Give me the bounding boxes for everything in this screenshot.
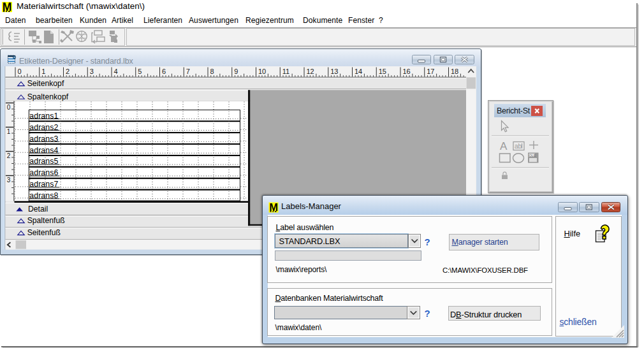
svg-text:13: 13	[330, 68, 338, 75]
svg-text:4: 4	[114, 68, 118, 75]
svg-text:1: 1	[7, 128, 11, 135]
svg-text:12: 12	[307, 68, 314, 75]
svg-text:1: 1	[41, 68, 45, 75]
svg-text:3: 3	[7, 177, 11, 184]
svg-text:Detail: Detail	[28, 205, 48, 214]
svg-text:3: 3	[90, 68, 94, 75]
svg-text:OLE: OLE	[529, 154, 536, 157]
svg-text:5: 5	[138, 68, 142, 75]
svg-text:8: 8	[210, 68, 214, 75]
svg-text:18: 18	[451, 68, 458, 75]
svg-text:adrans7: adrans7	[29, 180, 58, 189]
svg-text:17: 17	[427, 68, 434, 75]
svg-text:A: A	[500, 140, 508, 152]
svg-text:adrans5: adrans5	[29, 157, 58, 166]
svg-text:2: 2	[66, 68, 70, 75]
svg-text:0: 0	[18, 68, 22, 75]
svg-text:ab: ab	[515, 143, 522, 150]
svg-text:0: 0	[7, 104, 11, 111]
svg-text:Spaltenfuß: Spaltenfuß	[27, 216, 65, 225]
svg-text:adrans3: adrans3	[29, 134, 58, 143]
svg-text:adrans2: adrans2	[29, 123, 58, 132]
svg-text:15: 15	[379, 68, 386, 75]
svg-text:adrans8: adrans8	[29, 191, 58, 200]
svg-text:2: 2	[7, 152, 11, 159]
svg-text:adrans1: adrans1	[29, 112, 58, 120]
svg-text:10: 10	[258, 68, 266, 75]
svg-text:6: 6	[162, 68, 166, 75]
svg-text:Spaltenkopf: Spaltenkopf	[27, 92, 69, 101]
svg-text:adrans4: adrans4	[29, 146, 58, 155]
svg-text:7: 7	[186, 68, 190, 75]
svg-text:adrans6: adrans6	[29, 168, 58, 177]
svg-text:11: 11	[282, 68, 289, 75]
svg-text:14: 14	[355, 68, 362, 75]
svg-text:9: 9	[234, 68, 238, 75]
svg-text:16: 16	[403, 68, 411, 75]
svg-text:Seitenfuß: Seitenfuß	[27, 228, 61, 237]
svg-text:Seitenkopf: Seitenkopf	[27, 79, 64, 88]
